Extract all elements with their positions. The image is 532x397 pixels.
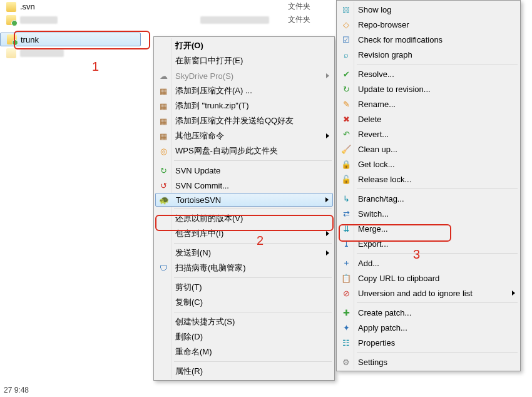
label: SVN Commit... [175,181,229,190]
gear-icon: ⚙ [341,357,351,367]
menu-unversion[interactable]: ⊘ Unversion and add to ignore list [338,286,519,301]
menu-add-trunk-zip[interactable]: ▦ 添加到 "trunk.zip"(T) [155,98,333,113]
menu-rename[interactable]: ✎ Rename... [338,96,519,111]
menu-branch-tag[interactable]: ↳ Branch/tag... [338,191,519,206]
menu-tortoisesvn[interactable]: 🐢 TortoiseSVN [155,193,333,207]
menu-separator [357,188,518,189]
menu-update-to-revision[interactable]: ↻ Update to revision... [338,81,519,96]
menu-delete[interactable]: ✖ Delete [338,111,519,126]
menu-cut[interactable]: 剪切(T) [155,280,333,295]
menu-release-lock[interactable]: 🔓 Release lock... [338,172,519,187]
label: Resolve... [358,70,394,79]
repo-icon: ◇ [341,19,351,29]
menu-open-new-window[interactable]: 在新窗口中打开(E) [155,53,333,68]
cloud-icon: ☁ [158,71,168,81]
label: Release lock... [358,175,411,184]
merge-icon: ⇊ [341,224,351,234]
menu-export[interactable]: ⤓ Export... [338,236,519,251]
menu-copy[interactable]: 复制(C) [155,295,333,310]
properties-icon: ☷ [341,338,351,348]
menu-resolve[interactable]: ✔ Resolve... [338,66,519,81]
shield-icon: 🛡 [158,263,168,273]
menu-clean-up[interactable]: 🧹 Clean up... [338,142,519,157]
menu-add-archive[interactable]: ▦ 添加到压缩文件(A) ... [155,83,333,98]
menu-properties[interactable]: 属性(R) [155,364,333,379]
label: Delete [358,115,382,124]
archive-icon: ▦ [158,101,168,111]
menu-merge[interactable]: ⇊ Merge... [338,221,519,236]
menu-add[interactable]: ＋ Add... [338,255,519,271]
menu-check-modifications[interactable]: ☑ Check for modifications [338,32,519,47]
menu-separator [357,352,518,353]
patch-create-icon: ✚ [341,307,351,317]
delete-icon: ✖ [341,114,351,124]
menu-svn-update[interactable]: ↻ SVN Update [155,163,333,178]
label: 复制(C) [175,297,203,308]
menu-revert[interactable]: ↶ Revert... [338,126,519,142]
file-row-trunk[interactable]: trunk [0,33,141,46]
menu-other-archive[interactable]: ▦ 其他压缩命令 [155,128,333,143]
menu-scan-virus[interactable]: 🛡 扫描病毒(电脑管家) [155,260,333,276]
label: 重命名(M) [175,346,212,358]
label: SkyDrive Pro(S) [175,71,233,81]
file-name-blurred [20,49,64,57]
menu-apply-patch[interactable]: ✦ Apply patch... [338,320,519,335]
chevron-right-icon [512,291,515,296]
label: 添加到压缩文件并发送给QQ好友 [175,115,294,126]
menu-create-patch[interactable]: ✚ Create patch... [338,305,519,320]
label: Get lock... [358,160,395,169]
label: TortoiseSVN [176,195,221,205]
label: 其他压缩命令 [175,130,224,142]
update-icon: ↻ [341,84,351,94]
archive-icon: ▦ [158,116,168,126]
cleanup-icon: 🧹 [341,144,351,154]
tortoise-icon: 🐢 [159,195,169,205]
svn-update-icon: ↻ [158,165,168,175]
label: Repo-browser [358,20,409,29]
svn-commit-icon: ↺ [158,180,168,190]
menu-restore-prev[interactable]: 还原以前的版本(V) [155,211,333,226]
menu-settings[interactable]: ⚙ Settings [338,354,519,369]
file-name-blurred [20,16,58,24]
label: 删除(D) [175,331,203,343]
file-type: 文件夹 [288,1,310,12]
menu-open[interactable]: 打开(O) [155,38,333,53]
revert-icon: ↶ [341,129,351,139]
menu-rename[interactable]: 重命名(M) [155,344,333,359]
menu-include-library[interactable]: 包含到库中(I) [155,226,333,241]
menu-copy-url[interactable]: 📋 Copy URL to clipboard [338,271,519,286]
menu-send-to[interactable]: 发送到(N) [155,245,333,260]
menu-show-log[interactable]: 𝍌 Show log [338,2,519,17]
check-icon: ☑ [341,34,351,44]
label: Clean up... [358,145,397,154]
archive-icon: ▦ [158,86,168,96]
menu-repo-browser[interactable]: ◇ Repo-browser [338,17,519,32]
menu-add-archive-qq[interactable]: ▦ 添加到压缩文件并发送给QQ好友 [155,113,333,128]
menu-delete[interactable]: 删除(D) [155,329,333,344]
label: Properties [358,338,395,348]
menu-get-lock[interactable]: 🔒 Get lock... [338,157,519,172]
chevron-right-icon [326,231,329,236]
menu-separator [174,160,332,161]
menu-svn-commit[interactable]: ↺ SVN Commit... [155,178,333,193]
label: 打开(O) [175,40,203,51]
label: Apply patch... [358,323,407,333]
label: Revert... [358,130,389,139]
menu-revision-graph[interactable]: ⌕ Revision graph [338,47,519,62]
plus-icon: ＋ [341,258,351,268]
context-menu-main: 打开(O) 在新窗口中打开(E) ☁ SkyDrive Pro(S) ▦ 添加到… [153,36,335,381]
chevron-right-icon [325,197,329,202]
menu-separator [174,209,332,209]
label: Branch/tag... [358,194,404,204]
menu-create-shortcut[interactable]: 创建快捷方式(S) [155,314,333,329]
file-type: 文件夹 [288,14,310,25]
menu-wps[interactable]: ◎ WPS网盘-自动同步此文件夹 [155,143,333,158]
label: Check for modifications [358,35,442,44]
label: Switch... [358,209,389,219]
folder-icon [6,48,16,58]
menu-separator [174,361,332,362]
menu-switch[interactable]: ⇄ Switch... [338,206,519,221]
menu-svn-properties[interactable]: ☷ Properties [338,335,519,350]
menu-skydrive[interactable]: ☁ SkyDrive Pro(S) [155,68,333,83]
chevron-right-icon [326,73,329,78]
